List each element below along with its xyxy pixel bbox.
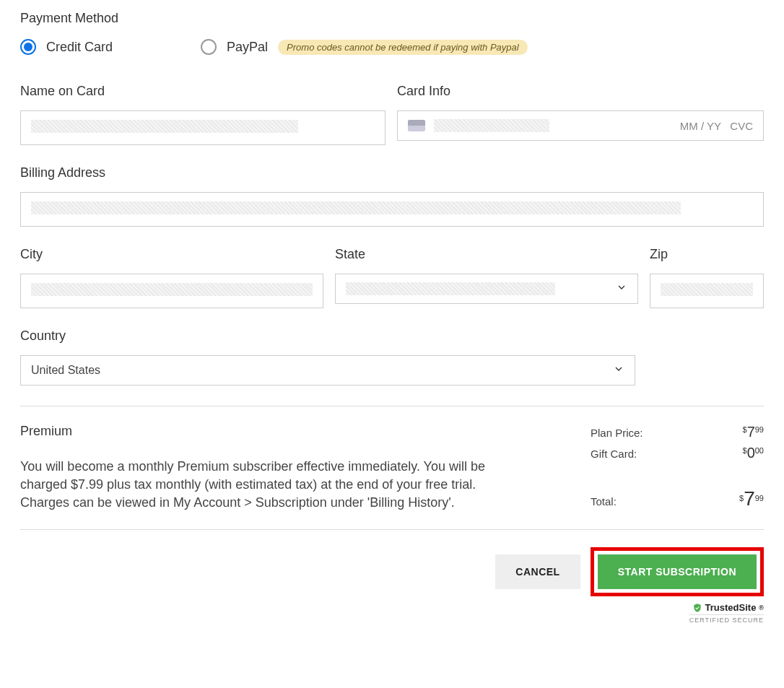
plan-price-label: Plan Price: xyxy=(591,427,643,439)
card-icon xyxy=(408,120,425,131)
gift-card-value: $000 xyxy=(743,445,765,461)
country-label: Country xyxy=(20,328,635,344)
city-label: City xyxy=(20,247,323,262)
action-row: CANCEL START SUBSCRIPTION xyxy=(20,547,764,596)
payment-method-section: Payment Method Credit Card PayPal Promo … xyxy=(20,11,764,624)
gift-card-row: Gift Card: $000 xyxy=(591,445,764,461)
paypal-label: PayPal xyxy=(227,40,268,55)
billing-address-label: Billing Address xyxy=(20,165,764,180)
promo-note-badge: Promo codes cannot be redeemed if paying… xyxy=(278,40,528,55)
trustedsite-sub: CERTIFIED SECURE xyxy=(689,614,764,624)
divider xyxy=(20,406,764,406)
plan-price-value: $799 xyxy=(743,424,765,440)
billing-address-input[interactable] xyxy=(20,192,764,227)
total-row: Total: $799 xyxy=(591,487,764,510)
paypal-option[interactable]: PayPal Promo codes cannot be redeemed if… xyxy=(201,39,528,55)
gift-card-label: Gift Card: xyxy=(591,448,637,460)
start-subscription-button[interactable]: START SUBSCRIPTION xyxy=(598,554,757,589)
zip-input[interactable] xyxy=(650,274,764,308)
credit-card-option[interactable]: Credit Card xyxy=(20,39,113,55)
chevron-down-icon xyxy=(613,363,624,378)
country-value: United States xyxy=(31,364,100,377)
state-select[interactable] xyxy=(335,274,638,304)
divider xyxy=(20,529,764,530)
city-input[interactable] xyxy=(20,274,323,308)
name-on-card-input[interactable] xyxy=(20,110,386,145)
total-label: Total: xyxy=(591,495,617,508)
card-cvc-placeholder: CVC xyxy=(730,120,753,132)
card-info-input[interactable]: MM / YY CVC xyxy=(397,110,764,141)
credit-card-label: Credit Card xyxy=(46,40,113,55)
card-expiry-placeholder: MM / YY xyxy=(680,120,721,132)
payment-method-options: Credit Card PayPal Promo codes cannot be… xyxy=(20,39,764,55)
state-label: State xyxy=(335,247,638,262)
summary-section: Premium You will become a monthly Premiu… xyxy=(20,424,764,515)
payment-method-title: Payment Method xyxy=(20,11,764,26)
trustedsite-name: TrustedSite xyxy=(705,602,757,613)
total-value: $799 xyxy=(739,487,764,510)
cancel-button[interactable]: CANCEL xyxy=(495,554,580,589)
chevron-down-icon xyxy=(616,282,627,296)
highlight-box: START SUBSCRIPTION xyxy=(591,547,764,596)
name-on-card-label: Name on Card xyxy=(20,84,386,99)
plan-name: Premium xyxy=(20,424,547,439)
radio-icon xyxy=(20,39,36,55)
zip-label: Zip xyxy=(650,247,764,262)
country-select[interactable]: United States xyxy=(20,355,635,386)
plan-price-row: Plan Price: $799 xyxy=(591,424,764,440)
radio-icon xyxy=(201,39,217,55)
trustedsite-badge[interactable]: TrustedSite® CERTIFIED SECURE xyxy=(20,602,764,624)
shield-check-icon xyxy=(692,603,702,613)
plan-description: You will become a monthly Premium subscr… xyxy=(20,458,526,513)
card-info-label: Card Info xyxy=(397,84,764,99)
